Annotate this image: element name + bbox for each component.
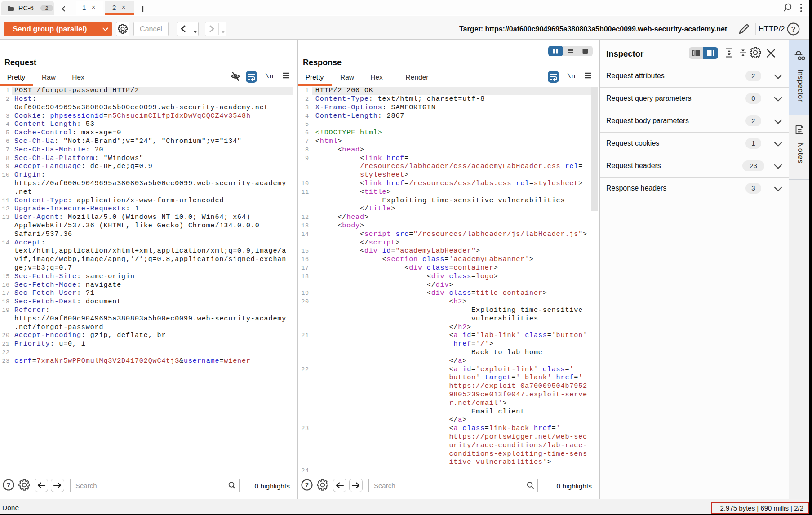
svg-text:?: ? bbox=[791, 25, 795, 33]
svg-text:?: ? bbox=[7, 481, 11, 488]
svg-text:?: ? bbox=[305, 481, 309, 488]
